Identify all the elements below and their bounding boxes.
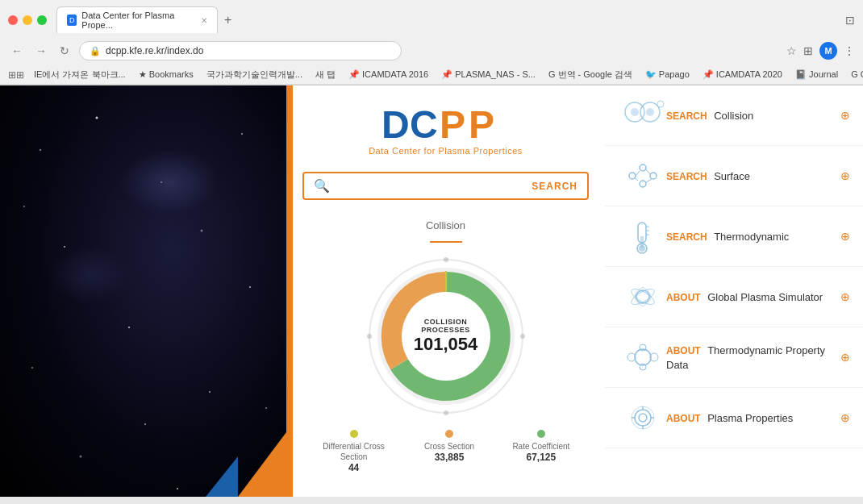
surface-nav-text: SEARCH Surface [666, 169, 837, 183]
surface-icon [620, 158, 665, 194]
bookmark-icamdata2020[interactable]: 📌 ICAMDATA 2020 [699, 69, 786, 81]
nav-item-thermodynamic-search[interactable]: SEARCH Thermodynamic ⊕ [605, 206, 863, 267]
plasma-properties-title: Plasma Properties [707, 412, 793, 424]
collision-icon [620, 98, 665, 134]
svg-point-9 [144, 423, 146, 425]
legend-label-differential: Differential Cross Section [322, 441, 386, 462]
orange-accent-strip [286, 85, 293, 497]
bookmark-journal[interactable]: 📓 Journal [792, 69, 841, 81]
bookmark-bookmarks[interactable]: ★ Bookmarks [135, 69, 197, 81]
bookmarks-bar: ⊞⊞ IE에서 가져온 북마크... ★ Bookmarks 국가과학기술인력개… [0, 65, 863, 85]
bookmark-google-meet[interactable]: G Google Meet - 온... [848, 68, 863, 81]
browser-nav: ← → ↻ 🔒 dcpp.kfe.re.kr/index.do ☆ ⊞ M ⋮ [0, 38, 863, 65]
surface-category: SEARCH [666, 171, 707, 182]
svg-line-38 [634, 177, 638, 181]
window-icon: ⊡ [845, 14, 855, 27]
bookmark-newtab[interactable]: 새 탭 [312, 68, 339, 81]
legend-value-rate: 67,125 [512, 452, 569, 463]
search-input[interactable] [336, 180, 532, 193]
close-button[interactable] [8, 15, 18, 25]
svg-point-28 [631, 108, 639, 116]
svg-point-11 [209, 391, 211, 393]
svg-point-12 [23, 206, 25, 207]
bookmark-plasma-nas[interactable]: 📌 PLASMA_NAS - S... [438, 69, 539, 81]
thermodynamic-search-nav-text: SEARCH Thermodynamic [666, 229, 837, 244]
collision-icon-area [618, 95, 666, 135]
thermo-property-nav-text: ABOUT Thermodynamic Property Data [666, 343, 837, 372]
main-container: D C P P Data Center for Plasma Propertic… [0, 85, 863, 497]
bookmark-ie[interactable]: IE에서 가져온 북마크... [31, 68, 129, 81]
svg-point-32 [640, 165, 646, 171]
browser-chrome: D Data Center for Plasma Prope... ✕ + ⊡ … [0, 0, 863, 85]
svg-line-36 [646, 169, 650, 174]
nav-item-collision[interactable]: SEARCH Collision ⊕ [605, 85, 863, 146]
search-bar[interactable]: 🔍 SEARCH [302, 172, 589, 200]
bookmark-icamdata2016[interactable]: 📌 ICAMDATA 2016 [345, 69, 432, 81]
right-panel: SEARCH Collision ⊕ [605, 85, 863, 497]
browser-titlebar: D Data Center for Plasma Prope... ✕ + ⊡ [0, 0, 863, 38]
menu-icon[interactable]: ⋮ [844, 44, 855, 57]
surface-arrow: ⊕ [840, 169, 850, 182]
svg-point-8 [249, 286, 251, 288]
window-controls: ⊡ [845, 14, 855, 27]
svg-point-5 [201, 230, 203, 232]
refresh-button[interactable]: ↻ [56, 43, 73, 59]
chart-title: Collision [302, 219, 589, 231]
svg-point-0 [40, 149, 41, 151]
plasma-properties-nav-text: ABOUT Plasma Properties [666, 410, 837, 425]
svg-point-42 [639, 245, 645, 252]
url-text: dcpp.kfe.re.kr/index.do [106, 45, 203, 56]
svg-point-21 [520, 334, 525, 339]
nav-item-thermo-property[interactable]: ABOUT Thermodynamic Property Data ⊕ [605, 327, 863, 388]
svg-point-52 [640, 344, 646, 351]
thermo-property-icon [620, 339, 665, 376]
extensions-icon[interactable]: ⊞ [803, 44, 813, 57]
active-tab[interactable]: D Data Center for Plasma Prope... ✕ [56, 6, 218, 33]
plasma-properties-icon-area [618, 398, 666, 438]
pie-chart-svg [365, 256, 527, 417]
traffic-lights [8, 15, 47, 25]
logo-svg: D C P P [381, 102, 511, 146]
address-bar[interactable]: 🔒 dcpp.kfe.re.kr/index.do [79, 41, 402, 60]
minimize-button[interactable] [23, 15, 32, 25]
tab-close-button[interactable]: ✕ [201, 16, 207, 25]
nav-item-plasma-properties[interactable]: ABOUT Plasma Properties ⊕ [605, 388, 863, 448]
bookmark-google-translate[interactable]: G 번역 - Google 검색 [545, 68, 636, 81]
chart-section: Collision [302, 219, 589, 473]
nav-item-surface[interactable]: SEARCH Surface ⊕ [605, 146, 863, 206]
apps-icon[interactable]: ⊞⊞ [8, 69, 24, 81]
plasma-simulator-title: Global Plasma Simulator [707, 291, 823, 303]
new-tab-button[interactable]: + [221, 13, 235, 27]
bookmark-star-icon[interactable]: ☆ [786, 44, 797, 57]
plasma-simulator-icon-area [618, 277, 666, 317]
search-icon: 🔍 [314, 178, 330, 194]
nav-item-plasma-simulator[interactable]: ABOUT Global Plasma Simulator ⊕ [605, 267, 863, 327]
svg-point-29 [646, 108, 654, 116]
svg-line-35 [636, 171, 640, 176]
svg-point-4 [241, 133, 243, 135]
legend-item-differential: Differential Cross Section 44 [322, 430, 386, 473]
blue-triangle-decoration [206, 456, 238, 497]
bookmark-national[interactable]: 국가과학기술인력개발... [203, 68, 306, 81]
legend-dot-cross-section [445, 430, 453, 438]
svg-point-6 [128, 327, 130, 328]
tab-favicon: D [67, 15, 77, 26]
legend-dot-differential [350, 430, 358, 438]
thermodynamic-search-title: Thermodynamic [714, 231, 789, 243]
back-button[interactable]: ← [8, 43, 26, 59]
forward-button[interactable]: → [32, 43, 50, 59]
nebula-glow-2 [48, 247, 129, 303]
svg-point-30 [657, 101, 664, 107]
pie-chart-container: COLLISION PROCESSES 101,054 [365, 256, 527, 417]
bookmark-papago[interactable]: 🐦 Papago [642, 69, 693, 81]
simulator-icon [620, 279, 665, 315]
legend-label-cross-section: Cross Section [424, 441, 474, 452]
svg-point-1 [96, 117, 98, 119]
thermo-property-icon-area [618, 337, 666, 377]
surface-title: Surface [714, 170, 750, 182]
user-avatar[interactable]: M [819, 42, 837, 60]
maximize-button[interactable] [37, 15, 47, 25]
search-button[interactable]: SEARCH [532, 181, 577, 192]
plasma-properties-icon [620, 400, 665, 436]
legend-label-rate: Rate Coefficient [512, 441, 569, 452]
